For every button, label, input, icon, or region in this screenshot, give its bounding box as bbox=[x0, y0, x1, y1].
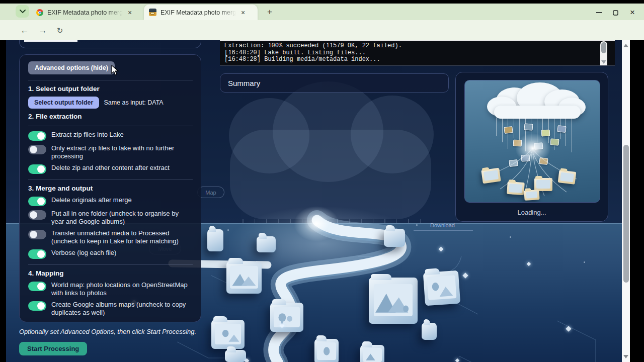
divider bbox=[28, 80, 193, 80]
bg-dot bbox=[272, 236, 273, 238]
letterbox-top bbox=[0, 0, 644, 4]
section-heading: 1. Select output folder bbox=[28, 85, 193, 93]
section-heading: 2. File extraction bbox=[28, 113, 193, 120]
letterbox-left bbox=[0, 40, 6, 362]
toggle-row: Delete originals after merge bbox=[28, 196, 193, 206]
chrome-favicon-icon bbox=[36, 9, 43, 16]
advanced-options-panel: Advanced options (hide) 1. Select output… bbox=[19, 54, 201, 322]
toggle-label: Transfer unmatched media to Processed (u… bbox=[51, 229, 193, 245]
bg-underline bbox=[414, 230, 473, 231]
log-scrollbar-thumb[interactable] bbox=[601, 42, 606, 53]
toggle-row: Create Google albums maps (uncheck to co… bbox=[28, 301, 193, 317]
extension-favicon-icon bbox=[149, 9, 156, 16]
toggle-label: World map: photo locations on OpenStreet… bbox=[51, 281, 193, 297]
toggle-switch[interactable] bbox=[28, 249, 46, 259]
tab-close-icon[interactable]: × bbox=[128, 9, 132, 17]
summary-panel: Summary bbox=[220, 73, 449, 93]
log-line: Extraction: 100% succeeded (11579 OK, 22… bbox=[224, 43, 603, 50]
select-output-folder-button[interactable]: Select output folder bbox=[28, 97, 99, 109]
preview-image bbox=[464, 80, 600, 203]
bg-label-download: Download bbox=[430, 222, 455, 228]
page-scrollbar-thumb[interactable] bbox=[623, 145, 629, 283]
log-scroll-down-icon[interactable] bbox=[601, 60, 606, 64]
tab-title: EXIF Metadata photo merger an bbox=[47, 9, 123, 16]
log-output[interactable]: Extraction: 100% succeeded (11579 OK, 22… bbox=[220, 40, 615, 66]
toggle-switch[interactable] bbox=[28, 301, 46, 311]
log-scrollbar[interactable] bbox=[600, 41, 607, 65]
toggle-label: Put all in one folder (uncheck to organi… bbox=[51, 210, 193, 226]
divider bbox=[28, 179, 193, 180]
toggle-label: Only extract zip files to lake with no f… bbox=[51, 144, 193, 160]
bg-dot bbox=[227, 229, 229, 231]
tab-close-icon[interactable]: × bbox=[241, 9, 245, 17]
minimize-icon bbox=[596, 12, 602, 13]
tab-1[interactable]: EXIF Metadata photo merger an × bbox=[31, 5, 143, 20]
toggle-switch[interactable] bbox=[28, 131, 46, 141]
back-button[interactable]: ← bbox=[18, 24, 31, 37]
preview-caption: Loading... bbox=[456, 209, 608, 216]
toggle-label: Delete zip and other content after extra… bbox=[51, 164, 170, 172]
page-scrollbar[interactable] bbox=[622, 40, 630, 362]
toggle-switch[interactable] bbox=[28, 164, 46, 174]
preview-panel: Loading... bbox=[455, 72, 608, 222]
tab-title: EXIF Metadata photo merger an bbox=[160, 9, 236, 16]
tab-2-active[interactable]: EXIF Metadata photo merger an × bbox=[144, 5, 258, 20]
maximize-button[interactable] bbox=[608, 7, 623, 19]
folder-illustration bbox=[369, 278, 418, 324]
window-close-button[interactable]: × bbox=[625, 7, 640, 19]
toggle-row: Verbose (log each file) bbox=[28, 249, 193, 259]
bg-label-map: Map bbox=[197, 187, 224, 198]
light-burst bbox=[294, 206, 339, 241]
summary-title: Summary bbox=[228, 79, 260, 87]
divider bbox=[28, 126, 193, 126]
folder-illustration bbox=[226, 261, 262, 294]
bg-dot bbox=[584, 261, 585, 263]
browser-toolbar: ← → ↻ EXIF Metadata photo merger and org… bbox=[0, 20, 644, 40]
toggle-switch[interactable] bbox=[28, 197, 46, 206]
browser-window: EXIF Metadata photo merger an × EXIF Met… bbox=[0, 0, 644, 362]
toggle-row: Delete zip and other content after extra… bbox=[28, 164, 193, 174]
folder-illustration bbox=[384, 229, 405, 247]
page-content: Map Move Download Advanced options (hide… bbox=[0, 40, 644, 362]
reload-button[interactable]: ↻ bbox=[53, 24, 66, 37]
bg-dot bbox=[416, 224, 418, 226]
folder-illustration bbox=[257, 236, 276, 252]
section-heading: 3. Merge and output bbox=[28, 185, 193, 192]
letterbox-right bbox=[630, 40, 644, 362]
section-heading: 4. Mapping bbox=[28, 269, 193, 277]
log-line: [16:48:20] Lake built. Listing files... bbox=[224, 50, 603, 57]
forward-button[interactable]: → bbox=[36, 24, 49, 37]
log-line: [16:48:28] Building media/metadata index… bbox=[224, 56, 603, 63]
toggle-switch[interactable] bbox=[28, 230, 46, 239]
toggle-switch[interactable] bbox=[28, 210, 46, 220]
toggle-row: World map: photo locations on OpenStreet… bbox=[28, 281, 193, 297]
chevron-down-icon bbox=[20, 10, 26, 14]
toggle-label: Extract zip files into Lake bbox=[51, 131, 124, 139]
toggle-switch[interactable] bbox=[28, 145, 46, 154]
toggle-label: Create Google albums maps (uncheck to co… bbox=[51, 301, 193, 317]
folder-illustration bbox=[225, 350, 246, 362]
toggle-row: Transfer unmatched media to Processed (u… bbox=[28, 229, 193, 245]
footer-hint: Optionally set Advanced Options, then cl… bbox=[19, 328, 196, 335]
mouse-cursor-icon bbox=[111, 65, 119, 76]
advanced-options-button[interactable]: Advanced options (hide) bbox=[28, 61, 115, 74]
minimize-button[interactable] bbox=[592, 7, 607, 19]
bg-dot bbox=[510, 236, 511, 238]
divider bbox=[28, 264, 193, 265]
scroll-down-icon[interactable] bbox=[623, 355, 628, 358]
folder-illustration bbox=[422, 323, 437, 340]
same-as-input-note: Same as input: DATA bbox=[104, 99, 163, 106]
maximize-icon bbox=[613, 10, 618, 16]
toggle-row: Only extract zip files to lake with no f… bbox=[28, 144, 193, 160]
scrolled-content-fragment bbox=[24, 40, 77, 42]
new-tab-button[interactable]: + bbox=[264, 6, 276, 18]
folder-illustration bbox=[270, 303, 303, 332]
toggle-row: Put all in one folder (uncheck to organi… bbox=[28, 210, 193, 226]
folder-illustration bbox=[207, 229, 223, 251]
start-processing-button[interactable]: Start Processing bbox=[19, 342, 87, 355]
toggle-row: Extract zip files into Lake bbox=[28, 131, 193, 141]
toggle-switch[interactable] bbox=[28, 282, 46, 291]
preview-converge-lines bbox=[465, 80, 600, 202]
scroll-up-icon[interactable] bbox=[623, 44, 628, 47]
tab-search-button[interactable] bbox=[16, 5, 29, 18]
